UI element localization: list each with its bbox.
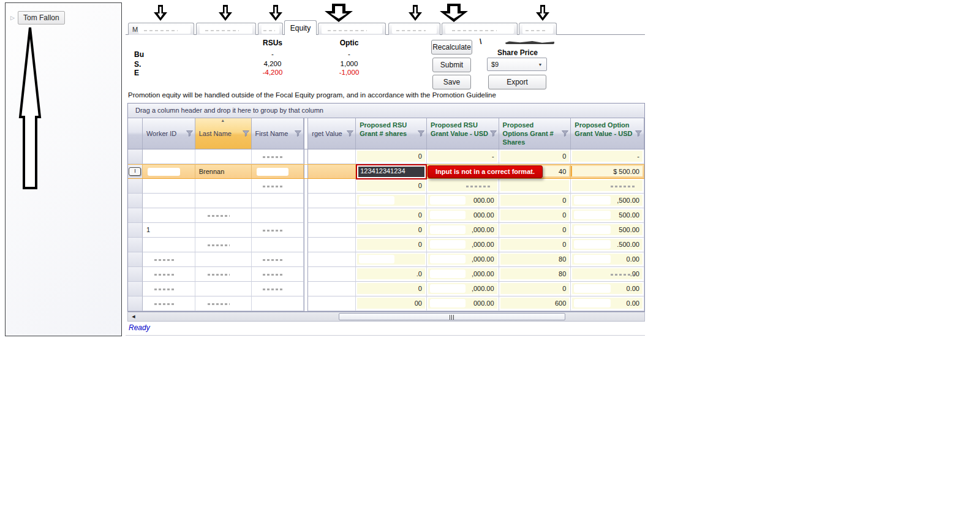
cell-worker[interactable]: [143, 208, 195, 223]
filter-funnel-icon[interactable]: [562, 130, 568, 137]
cell-opt-shares[interactable]: 0: [499, 223, 571, 238]
tab-redacted-4[interactable]: [318, 23, 386, 35]
row-header-cell[interactable]: [128, 267, 143, 282]
editable-cell-value[interactable]: 00: [357, 298, 425, 309]
cell-rsu-shares[interactable]: 0: [356, 282, 427, 296]
tab-equity[interactable]: Equity: [284, 20, 317, 35]
cell-target[interactable]: [308, 208, 356, 223]
cell-first[interactable]: [252, 296, 304, 311]
tab-redacted-0[interactable]: M: [128, 23, 194, 35]
editable-cell-value[interactable]: 0: [500, 209, 570, 221]
cell-last[interactable]: [195, 179, 252, 194]
cell-worker[interactable]: 1: [143, 223, 195, 238]
cell-last[interactable]: [195, 223, 252, 238]
table-row[interactable]: .0,000.0080.00: [128, 267, 644, 282]
table-row[interactable]: 0-0-: [128, 149, 644, 164]
cell-last[interactable]: Brennan: [195, 165, 252, 178]
cell-target[interactable]: [308, 165, 356, 178]
cell-rsu-shares[interactable]: 0: [356, 238, 427, 252]
table-row[interactable]: 10,000.000500.00: [128, 223, 644, 238]
filter-funnel-icon[interactable]: [635, 130, 642, 137]
editable-cell-value[interactable]: -: [428, 151, 497, 162]
filter-funnel-icon[interactable]: [347, 130, 353, 137]
editable-cell-value[interactable]: 0: [357, 283, 425, 294]
cell-first[interactable]: [252, 165, 304, 178]
cell-rsu-shares[interactable]: 0: [356, 208, 427, 223]
cell-opt-shares[interactable]: 0: [499, 282, 571, 296]
cell-rsu-shares[interactable]: 123412341234: [356, 165, 427, 178]
editable-cell-value[interactable]: 0: [357, 209, 425, 221]
table-row[interactable]: IBrennan12341234123440$ 500.00Input is n…: [128, 164, 644, 179]
filter-funnel-icon[interactable]: [243, 130, 249, 137]
cell-target[interactable]: [308, 267, 356, 282]
share-price-select[interactable]: $9 ▼: [487, 58, 547, 71]
scroll-left-arrow-icon[interactable]: ◀: [129, 313, 138, 320]
cell-rsu-shares[interactable]: .0: [356, 267, 427, 282]
cell-first[interactable]: [252, 194, 304, 208]
cell-last[interactable]: [195, 296, 252, 311]
cell-opt-shares[interactable]: 0: [499, 194, 571, 208]
editable-cell-value[interactable]: 0: [500, 224, 570, 235]
editable-cell-value[interactable]: 0: [357, 180, 425, 191]
row-header-cell[interactable]: [128, 194, 143, 208]
cell-rsu-value[interactable]: ,000.00: [427, 238, 499, 252]
cell-last[interactable]: [195, 238, 252, 252]
tab-redacted-6[interactable]: [442, 23, 518, 35]
editable-cell-value[interactable]: 0: [500, 239, 570, 250]
cell-rsu-shares[interactable]: [356, 194, 427, 208]
cell-worker[interactable]: [143, 149, 195, 164]
editable-cell-value[interactable]: 0: [500, 195, 570, 206]
cell-first[interactable]: [252, 267, 304, 282]
cell-worker[interactable]: [143, 238, 195, 252]
column-header-proposed-option-grant-value-usd[interactable]: Proposed Option Grant Value - USD: [571, 118, 644, 149]
cell-opt-value[interactable]: $ 500.00: [571, 165, 644, 178]
table-row[interactable]: 0000.000500.00: [128, 208, 644, 223]
cell-worker[interactable]: [143, 179, 195, 194]
editable-cell-value[interactable]: 0: [500, 283, 570, 294]
cell-opt-value[interactable]: .500.00: [571, 238, 644, 252]
cell-opt-value[interactable]: ,500.00: [571, 194, 644, 208]
group-by-drop-area[interactable]: Drag a column header and drop it here to…: [128, 104, 644, 118]
editable-cell-value[interactable]: 600: [500, 298, 570, 309]
cell-rsu-value[interactable]: ,000.00: [427, 223, 499, 238]
cell-last[interactable]: [195, 208, 252, 223]
cell-rsu-value[interactable]: 000.00: [427, 208, 499, 223]
cell-target[interactable]: [308, 223, 356, 238]
cell-opt-shares[interactable]: 80: [499, 252, 571, 267]
filter-funnel-icon[interactable]: [490, 130, 497, 137]
filter-funnel-icon[interactable]: [418, 130, 424, 137]
column-header-worker-id[interactable]: Worker ID: [143, 118, 195, 149]
tree-expander-icon[interactable]: ▷: [10, 15, 15, 21]
cell-first[interactable]: [252, 208, 304, 223]
editable-cell-value[interactable]: 0: [357, 239, 425, 250]
table-row[interactable]: ,000.00800.00: [128, 252, 644, 267]
cell-rsu-shares[interactable]: 00: [356, 296, 427, 311]
cell-target[interactable]: [308, 179, 356, 194]
column-header-last-name[interactable]: Last Name▲: [195, 118, 252, 149]
row-header-cell[interactable]: I: [128, 165, 143, 178]
row-header-cell[interactable]: [128, 208, 143, 223]
cell-worker[interactable]: [143, 165, 195, 178]
cell-rsu-shares[interactable]: 0: [356, 149, 427, 164]
column-header-proposed-options-grant-shares[interactable]: Proposed Options Grant # Shares: [499, 118, 571, 149]
editable-cell-value[interactable]: .0: [357, 268, 425, 279]
cell-opt-value[interactable]: .00: [571, 267, 644, 282]
column-header-proposed-rsu-grant-value-usd[interactable]: Proposed RSU Grant Value - USD: [427, 118, 499, 149]
cell-opt-value[interactable]: 500.00: [571, 208, 644, 223]
cell-rsu-value[interactable]: 000.00: [427, 194, 499, 208]
row-header-cell[interactable]: [128, 238, 143, 252]
cell-first[interactable]: [252, 282, 304, 296]
cell-opt-shares[interactable]: 0: [499, 238, 571, 252]
cell-first[interactable]: [252, 223, 304, 238]
recalculate-button[interactable]: Recalculate: [431, 40, 472, 55]
horizontal-scrollbar[interactable]: ◀: [127, 312, 645, 322]
cell-rsu-shares[interactable]: 0: [356, 223, 427, 238]
cell-opt-shares[interactable]: 0: [499, 149, 571, 164]
tab-redacted-2[interactable]: [258, 23, 283, 35]
export-button[interactable]: Export: [488, 75, 546, 89]
row-header-cell[interactable]: [128, 282, 143, 296]
cell-last[interactable]: [195, 252, 252, 267]
cell-target[interactable]: [308, 282, 356, 296]
cell-first[interactable]: [252, 179, 304, 194]
cell-worker[interactable]: [143, 282, 195, 296]
